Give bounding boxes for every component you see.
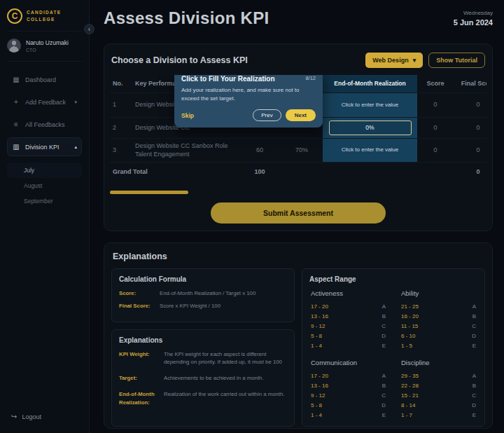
- cell-target: 70%: [281, 146, 323, 155]
- term-row-end-of-month: End-of-Month Realization: Realization of…: [119, 390, 287, 406]
- formula-final-score-label: Final Score:: [119, 302, 160, 310]
- calculation-formula-title: Calculation Formula: [119, 275, 287, 283]
- date-label: 5 Jun 2024: [454, 18, 493, 27]
- add-feedback-icon: +: [12, 98, 20, 106]
- user-name: Naruto Uzumaki: [26, 39, 69, 46]
- sidebar-item-august[interactable]: August: [7, 178, 82, 193]
- division-select-value: Web Design: [372, 57, 408, 64]
- grade-value: B: [472, 313, 476, 319]
- page-title: Assess Division KPI: [104, 8, 269, 28]
- aspect-range-grid: Activeness 17 - 20A 13 - 16B 9 - 12C 5 -…: [309, 289, 477, 420]
- realization-input-placeholder[interactable]: Click to enter the value: [323, 139, 417, 162]
- range-value: 8 - 14: [401, 402, 415, 408]
- division-select[interactable]: Web Design ▾: [365, 53, 423, 68]
- tutorial-progress-bar: [110, 191, 188, 194]
- explanations-grid: Calculation Formula Score: End-of-Month …: [111, 268, 485, 418]
- realization-input-placeholder[interactable]: Click to enter the value: [323, 93, 417, 117]
- grade-value: A: [382, 303, 386, 310]
- sidebar-item-dashboard[interactable]: ▦ Dashboard: [7, 70, 82, 89]
- cell-final-score: 0: [454, 124, 486, 132]
- sidebar-item-label: Division KPI: [25, 144, 59, 151]
- assess-card-header: Choose a Division to Assess KPI Web Desi…: [110, 51, 486, 75]
- table-row: 3 Design Website CC Sanbox Role Talent E…: [110, 139, 486, 163]
- tutorial-next-button[interactable]: Next: [286, 109, 316, 121]
- date-display: Wednesday 5 Jun 2024: [454, 8, 493, 27]
- submit-row: Submit Assessment: [110, 202, 486, 224]
- cell-no: 2: [110, 124, 132, 132]
- sidebar-item-july[interactable]: July: [7, 163, 82, 178]
- grade-value: A: [472, 373, 476, 379]
- formula-final-score-row: Final Score: Score x KPI Weight / 100: [119, 302, 287, 310]
- chevron-left-icon: ‹: [88, 25, 90, 34]
- sidebar-item-september[interactable]: September: [7, 193, 82, 209]
- range-value: 11 - 15: [401, 323, 418, 329]
- submit-assessment-button[interactable]: Submit Assessment: [211, 202, 386, 224]
- col-no: No.: [110, 80, 132, 88]
- tutorial-title: Click to Fill Your Realization: [181, 75, 275, 83]
- range-value: 9 - 12: [311, 323, 325, 329]
- tutorial-step-counter: 8/12: [305, 75, 316, 81]
- cell-final-score: 0: [454, 146, 486, 155]
- app-root: C CANDIDATE COLLEGE ‹ Naruto Uzumaki CTO…: [0, 0, 504, 433]
- range-value: 9 - 12: [311, 392, 325, 399]
- tutorial-prev-button[interactable]: Prev: [253, 109, 281, 121]
- show-tutorial-button[interactable]: Show Tutorial: [428, 53, 485, 68]
- chevron-down-icon: ▾: [413, 57, 416, 64]
- brand-line2: COLLEGE: [27, 16, 62, 23]
- grade-value: D: [382, 402, 386, 408]
- grade-value: C: [382, 392, 386, 399]
- realization-input[interactable]: 0%: [329, 121, 412, 135]
- range-value: 1 - 4: [311, 412, 322, 418]
- range-value: 21 - 25: [401, 303, 419, 310]
- sidebar-item-add-feedback[interactable]: + Add Feedback ▾: [7, 92, 82, 111]
- col-final-score: Final Score: [454, 80, 486, 88]
- term-label: End-of-Month Realization:: [119, 390, 164, 406]
- tutorial-skip-button[interactable]: Skip: [181, 112, 194, 119]
- col-realization-highlighted: End-of-Month Realization: [323, 75, 417, 92]
- cell-final-score: 0: [454, 101, 486, 109]
- topbar: Assess Division KPI Wednesday 5 Jun 2024: [104, 8, 493, 43]
- logout-button[interactable]: ↪ Logout: [7, 408, 82, 425]
- range-value: 22 - 28: [401, 383, 419, 389]
- division-kpi-icon: ▥: [12, 143, 20, 151]
- tutorial-footer: Skip Prev Next: [181, 109, 316, 121]
- aspect-group-communication: Communication 17 - 20A 13 - 16B 9 - 12C …: [311, 359, 386, 420]
- formula-score-label: Score:: [119, 289, 160, 297]
- aspect-group-activeness: Activeness 17 - 20A 13 - 16B 9 - 12C 5 -…: [311, 289, 386, 350]
- term-label: KPI Weight:: [119, 350, 164, 366]
- dashboard-icon: ▦: [12, 76, 20, 83]
- grade-value: C: [472, 323, 476, 329]
- grand-total-final-score: 0: [454, 168, 486, 177]
- range-value: 1 - 5: [401, 343, 412, 349]
- grade-value: A: [472, 303, 476, 310]
- cell-weight: 60: [239, 146, 281, 155]
- user-profile[interactable]: Naruto Uzumaki CTO: [7, 32, 82, 62]
- sidebar-item-all-feedbacks[interactable]: ≡ All Feedbacks: [7, 115, 82, 134]
- grade-value: B: [472, 383, 476, 389]
- user-role: CTO: [26, 48, 69, 53]
- grand-total-weight: 100: [239, 168, 281, 177]
- formula-score-value: End-of-Month Realization / Target x 100: [160, 289, 287, 297]
- aspect-range-card: Aspect Range Activeness 17 - 20A 13 - 16…: [302, 268, 485, 427]
- feedbacks-list-icon: ≡: [12, 121, 20, 128]
- tutorial-body-text: Add your realization here, and make sure…: [181, 86, 304, 103]
- sidebar-item-division-kpi[interactable]: ▥ Division KPI ▴: [7, 137, 82, 156]
- grade-value: E: [472, 412, 476, 418]
- aspect-group-discipline: Discipline 29 - 35A 22 - 28B 15 - 21C 8 …: [401, 359, 476, 420]
- calculation-formula-card: Calculation Formula Score: End-of-Month …: [111, 268, 295, 322]
- sidebar-collapse-button[interactable]: ‹: [84, 24, 94, 34]
- cell-score: 0: [417, 101, 454, 109]
- brand-logo: C CANDIDATE COLLEGE: [7, 8, 82, 32]
- assess-card-title: Choose a Division to Assess KPI: [111, 55, 248, 65]
- grade-value: D: [472, 333, 476, 339]
- logout-label: Logout: [22, 413, 41, 420]
- cell-score: 0: [417, 146, 454, 155]
- sidebar-item-label: All Feedbacks: [25, 121, 65, 128]
- term-text: The KPI weight for each aspect is differ…: [164, 350, 287, 366]
- cell-score: 0: [417, 124, 454, 132]
- cell-no: 3: [110, 146, 132, 155]
- range-value: 6 - 10: [401, 333, 415, 339]
- aspect-group-ability: Ability 21 - 25A 16 - 20B 11 - 15C 6 - 1…: [401, 289, 476, 350]
- realization-cell-active: 0%: [323, 118, 417, 138]
- range-value: 13 - 16: [311, 383, 328, 389]
